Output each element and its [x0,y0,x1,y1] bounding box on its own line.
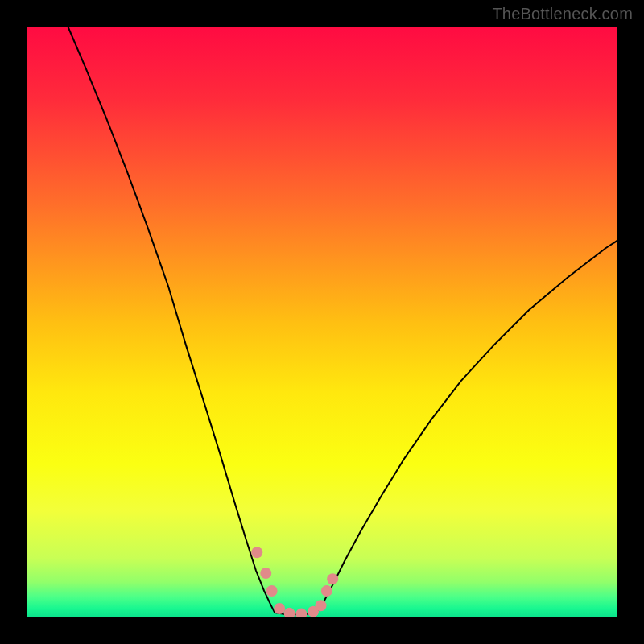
marker-left-cluster [295,609,307,617]
marker-left-cluster [274,603,285,614]
marker-left-cluster [260,568,271,579]
series-right-arm [316,241,617,613]
marker-left-cluster [266,585,278,597]
marker-right-cluster [321,585,332,597]
curve-layer [27,27,617,617]
chart-frame: TheBottleneck.com [0,0,644,644]
marker-right-cluster [327,573,338,584]
marker-left-cluster [251,547,262,558]
marker-left-cluster [284,608,295,617]
watermark-text: TheBottleneck.com [492,5,633,23]
marker-right-cluster [316,600,327,611]
series-left-arm [68,27,275,613]
plot-area [27,27,617,617]
